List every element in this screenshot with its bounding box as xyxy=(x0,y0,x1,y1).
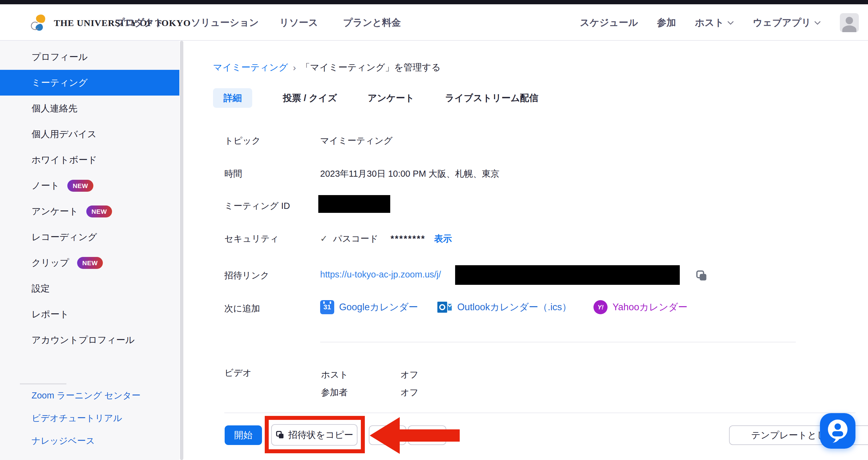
profile-avatar[interactable] xyxy=(840,13,859,32)
calendar-links-row: 31 Googleカレンダー Outlookカレンダー（.ics） Y! Yah… xyxy=(320,300,687,314)
sidebar-item-meetings[interactable]: ミーティング xyxy=(0,70,179,95)
google-calendar-icon: 31 xyxy=(320,300,334,314)
invite-link-url[interactable]: https://u-tokyo-ac-jp.zoom.us/j/ xyxy=(320,269,441,280)
delete-button[interactable]: 削除 xyxy=(408,425,446,445)
topic-label: トピック xyxy=(224,135,261,147)
add-to-label: 次に追加 xyxy=(224,303,260,315)
topic-value: マイミーティング xyxy=(320,135,393,147)
chevron-down-icon xyxy=(727,21,734,25)
sidebar-item-recordings[interactable]: レコーディング xyxy=(0,224,179,250)
nav-products[interactable]: プロダクト xyxy=(115,4,164,41)
video-label: ビデオ xyxy=(224,367,252,379)
copy-invitation-button[interactable]: 招待状をコピー xyxy=(271,424,358,445)
sidebar-item-clips[interactable]: クリップNEW xyxy=(0,250,179,276)
support-chat-button[interactable] xyxy=(820,413,856,449)
tab-polls-quizzes[interactable]: 投票 / クイズ xyxy=(283,88,337,108)
new-badge: NEW xyxy=(77,257,103,269)
tab-survey[interactable]: アンケート xyxy=(368,88,414,108)
nav-join[interactable]: 参加 xyxy=(657,16,676,29)
meeting-id-redaction xyxy=(318,195,390,213)
breadcrumb: マイミーティング › 「マイミーティング」を管理する xyxy=(213,61,441,74)
nav-resources[interactable]: リソース xyxy=(279,4,318,41)
outlook-calendar-link[interactable]: Outlookカレンダー（.ics） xyxy=(437,300,571,314)
tab-live-streaming[interactable]: ライブストリーム配信 xyxy=(445,88,538,108)
nav-webapp[interactable]: ウェブアプリ xyxy=(753,16,821,29)
chevron-down-icon xyxy=(814,21,821,25)
start-button[interactable]: 開始 xyxy=(225,425,262,445)
avatar-person-icon xyxy=(846,17,853,24)
sidebar-item-surveys[interactable]: アンケートNEW xyxy=(0,198,179,224)
time-value: 2023年11月30日 10:00 PM 大阪、札幌、東京 xyxy=(320,168,499,180)
security-label: セキュリティ xyxy=(224,233,279,245)
video-host-value: オフ xyxy=(400,369,418,381)
nav-host[interactable]: ホスト xyxy=(695,16,734,29)
video-participant-value: オフ xyxy=(400,386,418,399)
nav-schedule[interactable]: スケジュール xyxy=(580,16,638,29)
sidebar-item-notes[interactable]: ノートNEW xyxy=(0,173,179,198)
outlook-calendar-icon xyxy=(437,300,452,314)
sidebar-item-whiteboard[interactable]: ホワイトボード xyxy=(0,147,179,173)
passcode-mask: ******** xyxy=(391,234,426,243)
university-of-tokyo-logo[interactable]: THE UNIVERSITY OF TOKYO xyxy=(31,13,191,32)
header: THE UNIVERSITY OF TOKYO プロダクト ソリューション リソ… xyxy=(0,4,868,41)
breadcrumb-my-meetings-link[interactable]: マイミーティング xyxy=(213,61,288,74)
person-chat-bubble-icon xyxy=(826,418,850,443)
sidebar-item-settings[interactable]: 設定 xyxy=(0,276,179,301)
yahoo-calendar-link[interactable]: Y! Yahooカレンダー xyxy=(593,300,687,314)
top-dark-strip xyxy=(0,0,868,4)
sidebar-item-profile[interactable]: プロフィール xyxy=(0,44,179,70)
sidebar-item-personal-contacts[interactable]: 個人連絡先 xyxy=(0,95,179,121)
invite-link-redaction xyxy=(455,265,680,285)
nav-plans-pricing[interactable]: プランと料金 xyxy=(343,4,401,41)
sidebar-item-personal-devices[interactable]: 個人用デバイス xyxy=(0,121,179,147)
tab-bar: 詳細 投票 / クイズ アンケート ライブストリーム配信 xyxy=(213,88,538,108)
video-participant-label: 参加者 xyxy=(321,386,348,399)
sidebar-item-reports[interactable]: レポート xyxy=(0,301,179,327)
sidebar: プロフィール ミーティング 個人連絡先 個人用デバイス ホワイトボード ノートN… xyxy=(0,41,179,460)
header-right-nav: スケジュール 参加 ホスト ウェブアプリ xyxy=(580,4,859,41)
tab-details[interactable]: 詳細 xyxy=(213,88,252,108)
sidebar-item-account-profile[interactable]: アカウントプロフィール xyxy=(0,327,179,353)
breadcrumb-separator: › xyxy=(293,62,296,73)
divider xyxy=(224,412,856,413)
sidebar-link-video-tutorials[interactable]: ビデオチュートリアル xyxy=(0,407,179,430)
security-row: ✓パスコード********表示 xyxy=(320,233,452,245)
video-host-label: ホスト xyxy=(321,369,348,381)
breadcrumb-current: 「マイミーティング」を管理する xyxy=(301,61,441,74)
edit-button[interactable]: 編集 xyxy=(369,425,406,445)
google-calendar-link[interactable]: 31 Googleカレンダー xyxy=(320,300,418,314)
time-label: 時間 xyxy=(224,168,242,180)
passcode-label: パスコード xyxy=(333,234,378,243)
checkmark-icon: ✓ xyxy=(320,234,328,243)
page: THE UNIVERSITY OF TOKYO プロダクト ソリューション リソ… xyxy=(0,0,868,460)
yahoo-calendar-icon: Y! xyxy=(593,300,608,314)
invite-link-label: 招待リンク xyxy=(224,269,269,282)
copy-link-icon[interactable] xyxy=(695,269,708,282)
new-badge: NEW xyxy=(86,205,112,218)
sidebar-scrollbar[interactable] xyxy=(180,41,183,460)
copy-icon xyxy=(275,430,285,439)
new-badge: NEW xyxy=(67,180,93,192)
show-passcode-link[interactable]: 表示 xyxy=(434,234,452,243)
divider xyxy=(320,342,796,342)
ginkgo-leaf-icon xyxy=(31,13,50,32)
meeting-id-label: ミーティング ID xyxy=(224,200,290,212)
sidebar-link-knowledge-base[interactable]: ナレッジベース xyxy=(0,430,179,452)
sidebar-link-learning-center[interactable]: Zoom ラーニング センター xyxy=(0,384,179,407)
nav-solutions[interactable]: ソリューション xyxy=(191,4,259,41)
